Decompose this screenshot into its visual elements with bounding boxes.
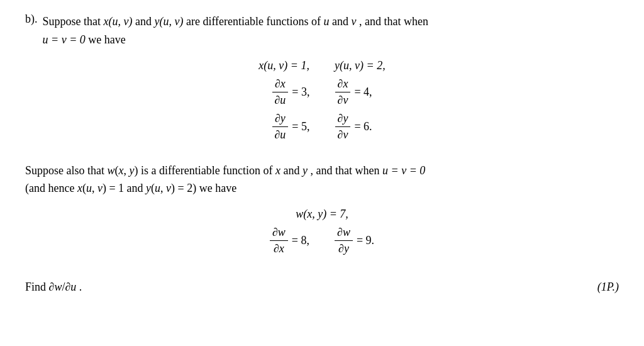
paragraph1: Suppose that x(u, v) and y(u, v) are dif… (43, 13, 428, 49)
u-in-y: u (155, 182, 160, 194)
math-block-2: w(x, y) = 7, ∂w ∂x = 8, ∂w ∂y = 9. (25, 208, 619, 255)
math-block-1: x(u, v) = 1, y(u, v) = 2, ∂x ∂u = 3, ∂x … (25, 59, 619, 142)
dw-dy-frac: ∂w ∂y (335, 226, 353, 255)
u-in-x: u (86, 182, 92, 194)
page-content: b). Suppose that x(u, v) and y(u, v) are… (25, 13, 619, 294)
y-uv-text: y(u, v) (154, 15, 183, 28)
dx-dv-frac: ∂x ∂v (335, 77, 351, 107)
dy-dv-eq: ∂y ∂v = 6. (335, 112, 372, 142)
y-var2: y (303, 164, 308, 177)
problem-part-b: b). Suppose that x(u, v) and y(u, v) are… (25, 13, 619, 294)
and4: and (127, 182, 147, 194)
dy-dv-frac: ∂y ∂v (335, 112, 351, 142)
paragraph2-mid2: , and that when (311, 164, 382, 177)
paragraph2-pre: Suppose also that (25, 164, 108, 177)
dw-dx-eq: ∂w ∂x = 8, (270, 226, 309, 255)
math-row-dy: ∂y ∂u = 5, ∂y ∂v = 6. (272, 112, 372, 142)
paragraph1-mid: are differentiable functions of (186, 15, 324, 28)
find-text: Find ∂w/∂u . (25, 281, 82, 294)
and3: and (284, 164, 303, 177)
condition: u = v = 0 (43, 33, 86, 46)
dw-dy-val: = 9. (357, 234, 374, 247)
dy-du-frac: ∂y ∂u (272, 112, 288, 142)
dw-dx-val: = 8, (292, 234, 309, 247)
dw-dx-frac: ∂w ∂x (270, 226, 288, 255)
dy-du-eq: ∂y ∂u = 5, (272, 112, 309, 142)
math-row-dx: ∂x ∂u = 3, ∂x ∂v = 4, (272, 77, 372, 107)
math-row-w: w(x, y) = 7, (296, 208, 348, 221)
x-in-w: x (119, 164, 124, 177)
v-in-x: v (97, 182, 103, 194)
paragraph2-line2-pre: (and hence (25, 182, 77, 194)
v-var: v (352, 15, 357, 28)
w-xy-text: w (108, 164, 115, 177)
paragraph1-post: , and that when (359, 15, 428, 28)
y-val: y(u, v) = 2, (335, 59, 386, 72)
dy-dv-den: ∂v (335, 127, 351, 142)
paragraph1-pre: Suppose that (43, 15, 101, 28)
dx-du-eq: ∂x ∂u = 3, (272, 77, 309, 107)
dw-dy-num: ∂w (335, 226, 353, 241)
and1: and (135, 15, 152, 28)
paragraph2: Suppose also that w(x, y) is a different… (25, 162, 619, 198)
dw-dx-num: ∂w (270, 226, 288, 241)
dy-dv-val: = 6. (354, 120, 372, 133)
part-label-row: b). Suppose that x(u, v) and y(u, v) are… (25, 13, 619, 49)
dw-dy-eq: ∂w ∂y = 9. (335, 226, 374, 255)
y-in-w: y (130, 164, 135, 177)
x-uv-text: x(u, v) (104, 15, 133, 28)
u-eq-v-eq-0: u = v = 0 (382, 164, 425, 177)
dy-du-val: = 5, (292, 120, 309, 133)
dx-dv-den: ∂v (335, 92, 351, 107)
we-have2: we have (199, 182, 236, 194)
we-have: we have (88, 33, 125, 46)
dw-dx-den: ∂x (271, 241, 287, 255)
w-val: w(x, y) = 7, (296, 208, 348, 221)
points-label: (1P.) (597, 281, 619, 294)
v-in-y: v (166, 182, 171, 194)
x-val: x(u, v) = 1, (258, 59, 309, 72)
dy-dv-num: ∂y (335, 112, 351, 127)
find-row: Find ∂w/∂u . (1P.) (25, 281, 619, 294)
paragraph2-mid: is a differentiable function of (141, 164, 275, 177)
dx-du-num: ∂x (272, 77, 288, 92)
and2: and (332, 15, 352, 28)
dy-du-den: ∂u (272, 127, 288, 142)
dx-dv-num: ∂x (335, 77, 351, 92)
y-in-y: y (146, 182, 151, 194)
math-row-dw: ∂w ∂x = 8, ∂w ∂y = 9. (270, 226, 374, 255)
dx-du-frac: ∂x ∂u (272, 77, 288, 107)
dw-dy-den: ∂y (336, 241, 352, 255)
dx-dv-val: = 4, (354, 86, 372, 99)
dx-dv-eq: ∂x ∂v = 4, (335, 77, 372, 107)
part-label: b). (25, 13, 38, 26)
dy-du-num: ∂y (272, 112, 288, 127)
u-var: u (324, 15, 330, 28)
dx-du-val: = 3, (292, 86, 309, 99)
x-var2: x (275, 164, 280, 177)
dx-du-den: ∂u (272, 92, 288, 107)
x-uv-eq1: x (77, 182, 82, 194)
math-row-vals: x(u, v) = 1, y(u, v) = 2, (258, 59, 385, 72)
